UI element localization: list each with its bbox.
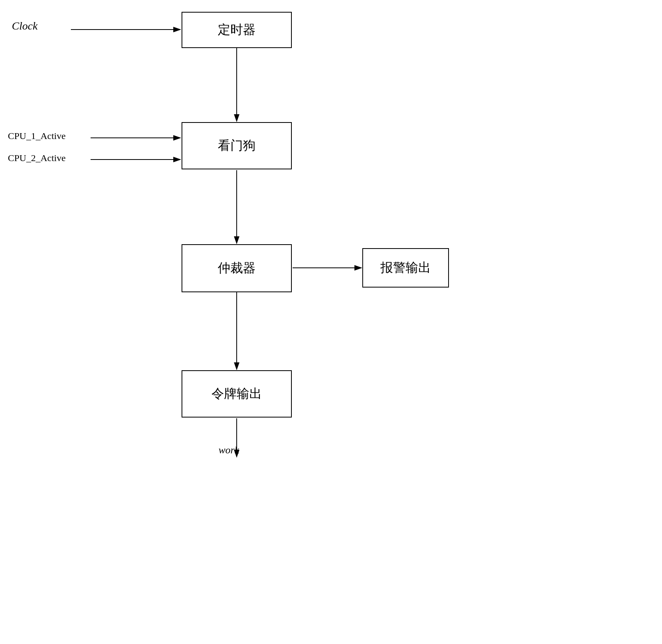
cpu2-input-label: CPU_2_Active <box>8 153 66 163</box>
arbiter-label: 仲裁器 <box>218 260 256 277</box>
work-output-label: work <box>219 444 239 456</box>
diagram-container: 定时器 看门狗 仲裁器 报警输出 令牌输出 Clock CPU_1_Active… <box>0 0 662 644</box>
alarm-label: 报警输出 <box>380 259 431 277</box>
diagram-svg <box>0 0 662 644</box>
clock-input-label: Clock <box>12 20 37 32</box>
timer-block: 定时器 <box>182 12 292 48</box>
watchdog-label: 看门狗 <box>218 137 256 154</box>
token-label: 令牌输出 <box>211 385 262 403</box>
token-block: 令牌输出 <box>182 370 292 418</box>
arbiter-block: 仲裁器 <box>182 244 292 292</box>
timer-label: 定时器 <box>218 21 256 39</box>
watchdog-block: 看门狗 <box>182 122 292 169</box>
alarm-block: 报警输出 <box>362 248 449 288</box>
cpu1-input-label: CPU_1_Active <box>8 131 66 141</box>
